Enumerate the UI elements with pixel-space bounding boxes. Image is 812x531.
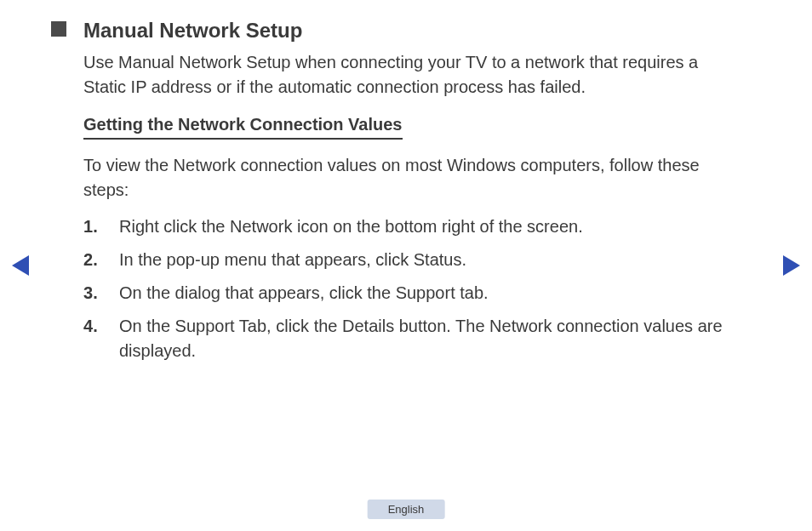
list-item: On the dialog that appears, click the Su… (83, 281, 729, 305)
list-item: Right click the Network icon on the bott… (83, 214, 729, 239)
section-bullet-icon (51, 21, 66, 37)
step-list: Right click the Network icon on the bott… (83, 214, 729, 363)
page-title: Manual Network Setup (83, 19, 729, 43)
document-page: Manual Network Setup Use Manual Network … (0, 0, 812, 531)
previous-page-arrow-icon[interactable] (12, 255, 29, 276)
language-badge: English (368, 500, 445, 519)
list-item: In the pop-up menu that appears, click S… (83, 248, 729, 272)
list-item: On the Support Tab, click the Details bu… (83, 314, 729, 363)
lead-paragraph: To view the Network connection values on… (83, 153, 729, 203)
intro-paragraph: Use Manual Network Setup when connecting… (83, 50, 729, 100)
next-page-arrow-icon[interactable] (783, 255, 800, 276)
subheading: Getting the Network Connection Values (83, 115, 403, 140)
